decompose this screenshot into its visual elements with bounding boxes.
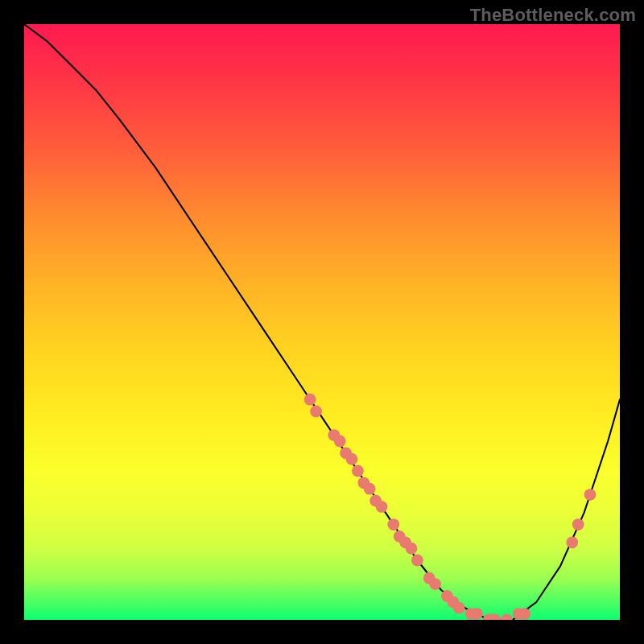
- data-point: [453, 602, 465, 614]
- data-point: [310, 406, 322, 418]
- watermark-text: TheBottleneck.com: [470, 5, 636, 26]
- data-point: [387, 518, 399, 530]
- plot-area: [24, 24, 620, 620]
- data-point: [429, 578, 441, 590]
- data-point: [304, 394, 316, 406]
- data-point: [584, 489, 597, 501]
- data-point: [572, 518, 584, 530]
- data-point: [406, 543, 418, 555]
- data-point: [352, 465, 364, 477]
- data-point: [501, 614, 513, 620]
- data-point: [566, 536, 578, 548]
- chart-stage: TheBottleneck.com: [0, 0, 644, 644]
- data-point: [364, 483, 376, 495]
- data-point: [376, 501, 388, 513]
- data-point: [334, 436, 346, 448]
- bottleneck-curve: [24, 24, 620, 620]
- data-point: [471, 608, 483, 620]
- data-point: [411, 555, 423, 567]
- chart-overlay: [24, 24, 620, 620]
- data-point: [346, 453, 358, 465]
- data-point: [518, 608, 530, 620]
- scatter-points: [304, 394, 597, 620]
